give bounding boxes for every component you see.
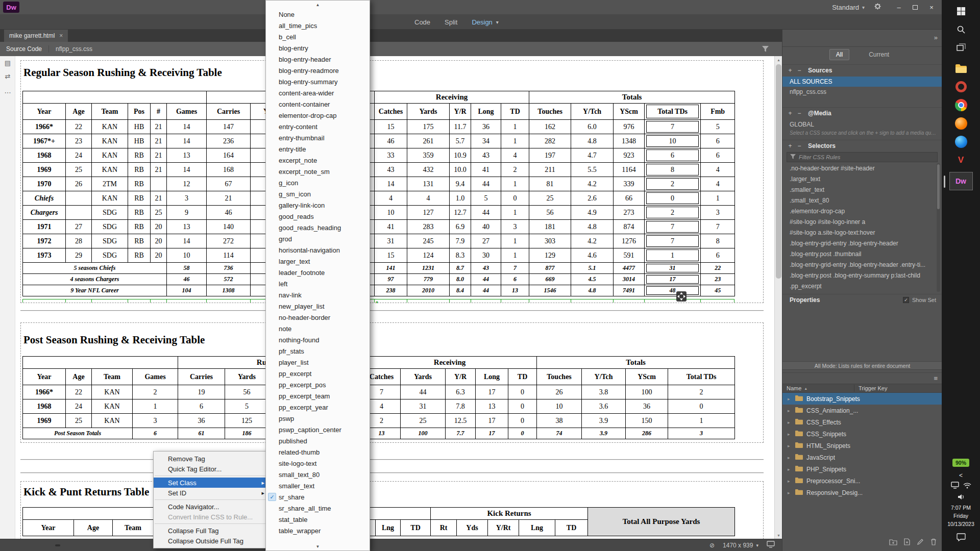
data-cell[interactable]: 22 bbox=[701, 263, 735, 274]
data-cell[interactable]: 283 bbox=[407, 220, 450, 234]
data-cell[interactable]: RB bbox=[128, 148, 151, 163]
data-cell[interactable]: 0 bbox=[508, 428, 537, 439]
data-cell[interactable]: 25 bbox=[151, 206, 167, 220]
css-all-button[interactable]: All bbox=[829, 49, 849, 60]
hidden-icons-chevron[interactable]: < bbox=[942, 471, 980, 480]
data-cell[interactable]: 10 bbox=[537, 399, 582, 414]
snippet-folder-row[interactable]: ▸ HTML_Snippets bbox=[782, 440, 942, 452]
table-width-menu-icon[interactable]: ▾ bbox=[376, 300, 378, 305]
column-header-cell[interactable]: Team bbox=[92, 104, 128, 120]
kick-punt-heading[interactable]: Kick & Punt Returns Table bbox=[23, 486, 149, 498]
data-cell[interactable]: 6 bbox=[178, 399, 225, 414]
column-header-cell[interactable]: Yards bbox=[225, 369, 269, 385]
column-header-cell[interactable]: Age bbox=[66, 104, 92, 120]
css-selector-item[interactable]: .no-header-border #site-header bbox=[782, 163, 939, 174]
tag-selector[interactable] bbox=[31, 544, 36, 546]
css-selector-item[interactable]: #site-logo a.site-logo-text:hover bbox=[782, 228, 939, 238]
class-menu-item[interactable]: leader_footnote bbox=[266, 267, 370, 278]
data-cell[interactable]: 40 bbox=[471, 220, 501, 234]
data-cell[interactable]: 17 bbox=[476, 385, 508, 399]
css-selector-item[interactable]: .small_text_80 bbox=[782, 195, 939, 206]
summary-label-cell[interactable]: 5 seasons Chiefs bbox=[23, 263, 167, 274]
name-column-header[interactable]: Name ▲ bbox=[782, 385, 854, 391]
data-cell[interactable]: 43 bbox=[375, 163, 407, 177]
data-cell[interactable]: 13 bbox=[476, 399, 508, 414]
data-cell[interactable]: 14 bbox=[167, 134, 207, 148]
data-cell[interactable]: 5 bbox=[701, 120, 735, 134]
column-header-cell[interactable]: Age bbox=[66, 369, 92, 385]
data-cell[interactable]: 4.8 bbox=[571, 134, 614, 148]
data-cell[interactable]: 3.6 bbox=[582, 399, 626, 414]
column-header-cell[interactable]: Games bbox=[167, 104, 207, 120]
data-cell[interactable]: 3 bbox=[501, 220, 529, 234]
data-cell[interactable]: 591 bbox=[614, 248, 645, 263]
data-cell[interactable]: 31 bbox=[375, 234, 407, 248]
data-cell[interactable]: 3 bbox=[668, 428, 735, 439]
column-header-cell[interactable]: TD bbox=[501, 104, 529, 120]
data-cell[interactable]: 1 bbox=[501, 206, 529, 220]
row-header-cell[interactable]: 1969 bbox=[23, 163, 66, 177]
data-cell[interactable]: 104 bbox=[167, 285, 207, 296]
data-cell[interactable]: 238 bbox=[375, 285, 407, 296]
data-cell[interactable]: 4.7 bbox=[571, 148, 614, 163]
snippet-folder-row[interactable]: ▸ CSS_Animation_... bbox=[782, 405, 942, 416]
data-cell[interactable]: 175 bbox=[407, 120, 450, 134]
context-menu-item[interactable]: Code Navigator... bbox=[154, 502, 269, 512]
row-header-cell[interactable]: 1969 bbox=[23, 414, 66, 428]
data-cell[interactable]: 24 bbox=[66, 399, 92, 414]
data-cell[interactable]: 236 bbox=[207, 134, 251, 148]
data-cell[interactable]: 21 bbox=[151, 120, 167, 134]
data-cell[interactable]: 28 bbox=[66, 234, 92, 248]
data-cell[interactable]: 14 bbox=[167, 163, 207, 177]
new-snippet-button[interactable] bbox=[904, 538, 910, 547]
data-cell[interactable]: 44 bbox=[471, 285, 501, 296]
column-header-cell[interactable]: YScm bbox=[626, 369, 668, 385]
split-view-button[interactable]: Split bbox=[445, 18, 457, 26]
data-cell[interactable]: 21 bbox=[151, 191, 167, 206]
panel-menu-icon[interactable]: ≡ bbox=[934, 374, 938, 382]
data-cell[interactable]: 2 bbox=[645, 177, 701, 191]
data-cell[interactable]: 13 bbox=[167, 148, 207, 163]
data-cell[interactable]: 4.2 bbox=[571, 177, 614, 191]
data-cell[interactable]: 46 bbox=[167, 274, 207, 285]
column-header-cell[interactable]: Yards bbox=[401, 369, 446, 385]
data-cell[interactable]: SDG bbox=[92, 220, 128, 234]
class-menu-item[interactable]: entry-content bbox=[266, 121, 370, 132]
class-menu-item[interactable]: new_player_list bbox=[266, 300, 370, 312]
data-cell[interactable]: RB bbox=[128, 206, 151, 220]
group-header-cell[interactable]: Receiving bbox=[375, 91, 529, 104]
data-cell[interactable]: 21 bbox=[207, 191, 251, 206]
data-cell[interactable]: 129 bbox=[529, 248, 571, 263]
data-cell[interactable]: 976 bbox=[614, 120, 645, 134]
data-cell[interactable]: 4 bbox=[501, 148, 529, 163]
data-cell[interactable]: 8.3 bbox=[450, 248, 471, 263]
expander-icon[interactable]: ▸ bbox=[788, 408, 792, 413]
data-cell[interactable]: 67 bbox=[207, 177, 251, 191]
data-cell[interactable]: 97 bbox=[375, 274, 407, 285]
data-cell[interactable]: 36 bbox=[626, 399, 668, 414]
data-cell[interactable]: 874 bbox=[614, 220, 645, 234]
data-cell[interactable]: KAN bbox=[92, 399, 133, 414]
data-cell[interactable]: 66 bbox=[614, 191, 645, 206]
data-cell[interactable]: 197 bbox=[529, 148, 571, 163]
data-cell[interactable]: 10.9 bbox=[450, 148, 471, 163]
code-view-button[interactable]: Code bbox=[414, 18, 430, 26]
post-season-heading[interactable]: Post Season Rushing & Receiving Table bbox=[23, 334, 205, 346]
context-menu-item[interactable]: Collapse Outside Full Tag bbox=[154, 536, 269, 546]
data-cell[interactable]: 1164 bbox=[614, 163, 645, 177]
class-menu-item[interactable]: grod bbox=[266, 233, 370, 244]
sync-settings-icon[interactable] bbox=[874, 3, 881, 12]
data-cell[interactable]: 3 bbox=[701, 206, 735, 220]
data-cell[interactable]: RB bbox=[128, 191, 151, 206]
data-cell[interactable]: 29 bbox=[66, 248, 92, 263]
data-cell[interactable]: 17 bbox=[645, 274, 701, 285]
data-cell[interactable]: 432 bbox=[407, 163, 450, 177]
data-cell[interactable]: 41 bbox=[375, 220, 407, 234]
data-cell[interactable]: 23 bbox=[66, 134, 92, 148]
data-cell[interactable]: 5.1 bbox=[571, 263, 614, 274]
notifications-icon[interactable] bbox=[942, 533, 980, 542]
data-cell[interactable]: 0 bbox=[508, 385, 537, 399]
data-cell[interactable]: 17 bbox=[476, 414, 508, 428]
data-cell[interactable]: 779 bbox=[407, 274, 450, 285]
column-header-cell[interactable]: Y/Tch bbox=[582, 369, 626, 385]
